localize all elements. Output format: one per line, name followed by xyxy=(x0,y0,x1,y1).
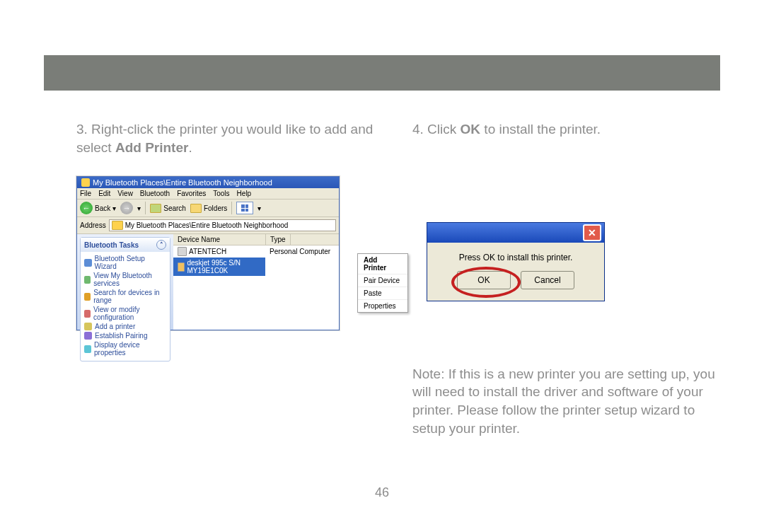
sidebar-item[interactable]: Establish Pairing xyxy=(84,331,166,340)
printer-icon xyxy=(178,262,185,272)
device-row-selected[interactable]: deskjet 995c S/N MY19E1C0K xyxy=(173,258,339,276)
step-4-text: 4. Click xyxy=(412,122,461,137)
file-list: Device Name Type ATENTECH Personal Compu… xyxy=(173,234,339,330)
dropdown-icon: ▾ xyxy=(112,204,116,212)
page-number: 46 xyxy=(0,485,764,500)
back-button[interactable]: ← Back ▾ xyxy=(80,202,116,214)
search-icon xyxy=(150,204,161,213)
ctx-paste[interactable]: Paste xyxy=(358,287,407,300)
sidebar-item-label: Display device properties xyxy=(94,341,166,357)
close-icon: ✕ xyxy=(588,227,596,238)
search-label: Search xyxy=(163,204,186,212)
dropdown-icon: ▾ xyxy=(137,204,141,212)
separator xyxy=(231,202,232,214)
sidebar-item[interactable]: Add a printer xyxy=(84,322,166,331)
sidebar-item-label: View My Bluetooth services xyxy=(93,272,166,287)
task-icon xyxy=(84,323,92,330)
titlebar: My Bluetooth Places\Entire Bluetooth Nei… xyxy=(77,177,339,188)
header-bar xyxy=(44,55,720,91)
col-device-name[interactable]: Device Name xyxy=(173,234,266,245)
location-icon xyxy=(112,221,123,230)
sidebar-item-label: Establish Pairing xyxy=(95,332,147,340)
address-bar: Address My Bluetooth Places\Entire Bluet… xyxy=(77,217,339,234)
sidebar-item[interactable]: Bluetooth Setup Wizard xyxy=(84,254,166,271)
ctx-properties[interactable]: Properties xyxy=(358,300,407,312)
forward-button[interactable]: → xyxy=(120,202,133,214)
dropdown-icon: ▾ xyxy=(257,204,261,212)
folders-label: Folders xyxy=(204,204,227,212)
device-type: Personal Computer xyxy=(265,246,335,257)
column-headers: Device Name Type xyxy=(173,234,339,245)
back-icon: ← xyxy=(80,202,93,214)
dialog-message: Press OK to install this printer. xyxy=(434,253,597,262)
right-column: 4. Click OK to install the printer. ✕ Pr… xyxy=(412,120,720,451)
left-column: 3. Right-click the printer you would lik… xyxy=(76,120,384,451)
step-3-suffix: . xyxy=(188,140,192,155)
task-icon xyxy=(84,332,92,340)
step-4: 4. Click OK to install the printer. xyxy=(412,120,720,139)
device-icon xyxy=(178,247,187,256)
install-dialog: ✕ Press OK to install this printer. OK C… xyxy=(427,222,605,301)
step-4-suffix: to install the printer. xyxy=(480,122,601,137)
side-panel-title: Bluetooth Tasks xyxy=(84,241,139,249)
back-label: Back xyxy=(95,204,110,212)
dialog-titlebar: ✕ xyxy=(427,223,604,243)
menubar: File Edit View Bluetooth Favorites Tools… xyxy=(77,188,339,200)
note-text: Note: If this is a new printer you are s… xyxy=(412,365,720,438)
step-3: 3. Right-click the printer you would lik… xyxy=(76,120,384,156)
sidebar-item[interactable]: View or modify configuration xyxy=(84,305,166,322)
ok-button[interactable]: OK xyxy=(457,271,511,289)
explorer-window: My Bluetooth Places\Entire Bluetooth Nei… xyxy=(76,176,340,330)
menu-bluetooth[interactable]: Bluetooth xyxy=(140,190,170,197)
sidebar-item-label: Search for devices in range xyxy=(93,289,166,304)
sidebar-item[interactable]: View My Bluetooth services xyxy=(84,271,166,288)
task-icon xyxy=(84,276,91,284)
toolbar: ← Back ▾ → ▾ Search Folders xyxy=(77,200,339,217)
task-icon xyxy=(84,259,92,267)
step-4-bold: OK xyxy=(461,122,481,137)
sidebar-item-label: Add a printer xyxy=(95,323,135,330)
device-name: ATENTECH xyxy=(189,248,226,255)
menu-favorites[interactable]: Favorites xyxy=(177,190,206,197)
window-title: My Bluetooth Places\Entire Bluetooth Nei… xyxy=(93,178,272,187)
task-icon xyxy=(84,345,91,353)
cancel-button[interactable]: Cancel xyxy=(521,271,574,289)
menu-help[interactable]: Help xyxy=(237,190,252,197)
menu-tools[interactable]: Tools xyxy=(213,190,229,197)
close-button[interactable]: ✕ xyxy=(583,224,601,241)
search-button[interactable]: Search xyxy=(150,204,186,213)
address-value: My Bluetooth Places\Entire Bluetooth Nei… xyxy=(125,221,289,229)
sidebar-item-label: Bluetooth Setup Wizard xyxy=(95,255,166,270)
task-icon xyxy=(84,310,91,318)
address-label: Address xyxy=(80,221,106,229)
view-button[interactable] xyxy=(236,202,253,214)
sidebar-item-label: View or modify configuration xyxy=(93,306,166,321)
ctx-add-printer[interactable]: Add Printer xyxy=(358,254,407,274)
sidebar: Bluetooth Tasks ˄ Bluetooth Setup Wizard… xyxy=(77,234,173,330)
sidebar-item[interactable]: Search for devices in range xyxy=(84,288,166,305)
device-name: deskjet 995c S/N MY19E1C0K xyxy=(187,259,261,274)
separator xyxy=(145,202,146,214)
menu-edit[interactable]: Edit xyxy=(98,190,110,197)
folder-icon xyxy=(190,204,202,213)
folders-button[interactable]: Folders xyxy=(190,204,227,213)
context-menu: Add Printer Pair Device Paste Properties xyxy=(357,253,408,313)
ctx-pair-device[interactable]: Pair Device xyxy=(358,274,407,287)
sidebar-item[interactable]: Display device properties xyxy=(84,340,166,357)
device-row[interactable]: ATENTECH Personal Computer xyxy=(173,245,339,258)
view-icon xyxy=(241,204,248,212)
side-panel-header[interactable]: Bluetooth Tasks ˄ xyxy=(81,238,170,252)
col-type[interactable]: Type xyxy=(266,234,291,245)
address-field[interactable]: My Bluetooth Places\Entire Bluetooth Nei… xyxy=(109,219,336,231)
chevron-icon: ˄ xyxy=(156,240,166,250)
step-3-bold: Add Printer xyxy=(115,140,188,155)
menu-file[interactable]: File xyxy=(80,190,91,197)
window-icon xyxy=(81,178,90,187)
menu-view[interactable]: View xyxy=(117,190,133,197)
task-icon xyxy=(84,293,91,301)
